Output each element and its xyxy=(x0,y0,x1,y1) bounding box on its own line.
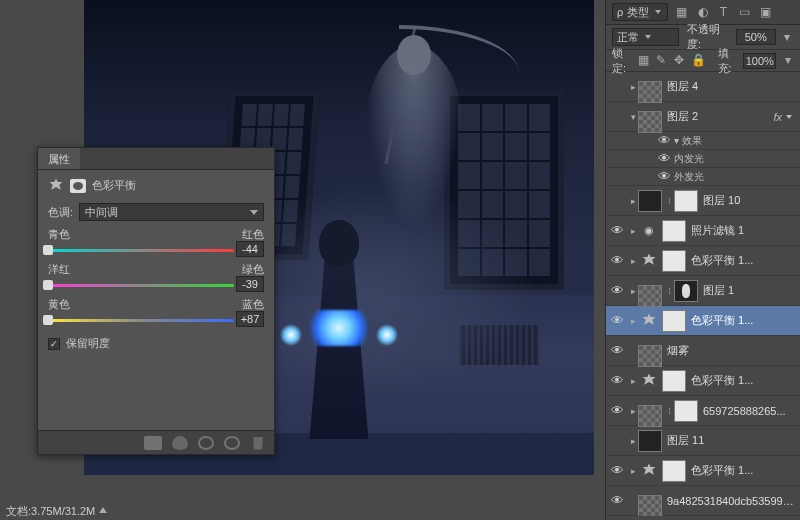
color-slider[interactable]: +87 xyxy=(48,314,264,326)
visibility-toggle[interactable]: 👁 xyxy=(654,151,674,166)
layer-name[interactable]: 图层 11 xyxy=(664,433,796,448)
opacity-field[interactable]: 50% xyxy=(736,29,776,45)
clip-to-layer-icon[interactable] xyxy=(144,436,162,450)
filter-adjust-icon[interactable]: ◐ xyxy=(695,5,710,20)
layer-row[interactable]: 👁 烟雾 xyxy=(606,336,800,366)
layer-row[interactable]: 👁 9a482531840dcb535990... xyxy=(606,486,800,516)
lock-pixels-icon[interactable]: ✎ xyxy=(655,53,667,68)
disclosure-triangle[interactable]: ▸ xyxy=(628,466,638,476)
delete-adjustment-icon[interactable] xyxy=(250,436,266,450)
layer-thumbnail[interactable] xyxy=(662,310,686,332)
effect-item[interactable]: 👁▾ 效果 xyxy=(606,132,800,150)
layer-name[interactable]: 图层 4 xyxy=(664,79,796,94)
filter-smart-icon[interactable]: ▣ xyxy=(758,5,773,20)
layer-name[interactable]: 图层 1 xyxy=(700,283,796,298)
visibility-toggle[interactable]: 👁 xyxy=(606,313,628,328)
layer-thumbnail[interactable] xyxy=(662,370,686,392)
layer-thumbnail[interactable] xyxy=(662,220,686,242)
layer-thumbnail[interactable] xyxy=(638,111,662,133)
layer-thumbnail[interactable] xyxy=(674,280,698,302)
layer-thumbnail[interactable] xyxy=(674,190,698,212)
layer-row[interactable]: 👁 ▸ ◉ 照片滤镜 1 xyxy=(606,216,800,246)
disclosure-triangle[interactable]: ▾ xyxy=(628,112,638,122)
visibility-toggle[interactable]: 👁 xyxy=(606,373,628,388)
disclosure-triangle[interactable]: ▸ xyxy=(628,316,638,326)
chevron-right-icon[interactable] xyxy=(99,507,107,513)
layer-row[interactable]: ▾ 图层 2 fx xyxy=(606,102,800,132)
layer-name[interactable]: 色彩平衡 1... xyxy=(688,313,796,328)
layer-thumbnail[interactable] xyxy=(638,430,662,452)
tab-properties[interactable]: 属性 xyxy=(38,148,80,169)
visibility-toggle[interactable]: 👁 xyxy=(606,403,628,418)
filter-type-icon[interactable]: T xyxy=(716,5,731,20)
disclosure-triangle[interactable]: ▸ xyxy=(628,196,638,206)
disclosure-triangle[interactable]: ▸ xyxy=(628,406,638,416)
reset-default-icon[interactable] xyxy=(224,436,240,450)
visibility-toggle[interactable]: 👁 xyxy=(654,169,674,184)
visibility-toggle[interactable]: 👁 xyxy=(606,463,628,478)
visibility-toggle[interactable]: 👁 xyxy=(606,493,628,508)
layer-row[interactable]: ▸ ⁞ 图层 10 xyxy=(606,186,800,216)
disclosure-triangle[interactable]: ▸ xyxy=(628,226,638,236)
disclosure-triangle[interactable]: ▸ xyxy=(628,436,638,446)
visibility-toggle[interactable]: 👁 xyxy=(606,343,628,358)
fx-badge[interactable]: fx xyxy=(769,111,786,123)
color-slider[interactable]: -39 xyxy=(48,279,264,291)
layer-thumbnail[interactable] xyxy=(662,250,686,272)
slider-value[interactable]: -44 xyxy=(236,241,264,257)
disclosure-triangle[interactable]: ▸ xyxy=(628,82,638,92)
layer-name[interactable]: 9a482531840dcb535990... xyxy=(664,495,796,507)
visibility-toggle[interactable]: 👁 xyxy=(606,253,628,268)
visibility-toggle[interactable]: 👁 xyxy=(606,223,628,238)
lock-transparent-icon[interactable]: ▦ xyxy=(638,53,650,68)
effect-item[interactable]: 👁外发光 xyxy=(606,168,800,186)
slider-value[interactable]: -39 xyxy=(236,276,264,292)
visibility-toggle[interactable]: 👁 xyxy=(606,283,628,298)
reset-previous-icon[interactable] xyxy=(198,436,214,450)
layer-thumbnail[interactable] xyxy=(638,495,662,517)
fill-field[interactable]: 100% xyxy=(743,53,776,69)
layer-thumbnail[interactable] xyxy=(638,81,662,103)
blend-mode-select[interactable]: 正常 xyxy=(612,28,679,46)
lock-all-icon[interactable]: 🔒 xyxy=(691,53,706,68)
layer-row[interactable]: 👁 ▸ ⁞ 659725888265... xyxy=(606,396,800,426)
layer-name[interactable]: 照片滤镜 1 xyxy=(688,223,796,238)
disclosure-triangle[interactable]: ▸ xyxy=(628,256,638,266)
layer-thumbnail[interactable] xyxy=(638,190,662,212)
layer-row[interactable]: 👁 ▸ 色彩平衡 1... xyxy=(606,246,800,276)
layer-kind-filter[interactable]: ρ类型 xyxy=(612,3,668,21)
effect-item[interactable]: 👁内发光 xyxy=(606,150,800,168)
disclosure-triangle[interactable]: ▸ xyxy=(628,376,638,386)
layer-thumbnail[interactable] xyxy=(638,345,662,367)
layer-name[interactable]: 图层 2 xyxy=(664,109,769,124)
layer-thumbnail[interactable] xyxy=(674,400,698,422)
preserve-luminosity-checkbox[interactable]: ✓ 保留明度 xyxy=(48,336,264,351)
layer-name[interactable]: 图层 10 xyxy=(700,193,796,208)
tone-select[interactable]: 中间调 xyxy=(79,203,264,221)
layer-name[interactable]: 659725888265... xyxy=(700,405,796,417)
filter-pixel-icon[interactable]: ▦ xyxy=(674,5,689,20)
layer-name[interactable]: 色彩平衡 1... xyxy=(688,373,796,388)
layer-name[interactable]: 色彩平衡 1... xyxy=(688,463,796,478)
layer-row[interactable]: 👁 ▸ 色彩平衡 1... xyxy=(606,456,800,486)
layer-thumbnail[interactable] xyxy=(638,285,662,307)
chevron-down-icon[interactable]: ▾ xyxy=(780,30,794,45)
disclosure-triangle[interactable]: ▸ xyxy=(628,286,638,296)
layer-row[interactable]: 👁 ▸ 色彩平衡 1... xyxy=(606,306,800,336)
layer-thumbnail[interactable] xyxy=(662,460,686,482)
visibility-toggle[interactable]: 👁 xyxy=(654,133,674,148)
layer-name[interactable]: 色彩平衡 1... xyxy=(688,253,796,268)
layer-thumbnail[interactable] xyxy=(638,405,662,427)
chevron-down-icon[interactable]: ▾ xyxy=(782,53,794,68)
layer-row[interactable]: 👁 ▸ ⁞ 图层 1 xyxy=(606,276,800,306)
filter-shape-icon[interactable]: ▭ xyxy=(737,5,752,20)
color-slider[interactable]: -44 xyxy=(48,244,264,256)
layer-row[interactable]: ▸ 图层 4 xyxy=(606,72,800,102)
toggle-visibility-icon[interactable] xyxy=(172,436,188,450)
layer-row[interactable]: 👁 ▸ 色彩平衡 1... xyxy=(606,366,800,396)
slider-value[interactable]: +87 xyxy=(236,311,264,327)
slider-right-label: 绿色 xyxy=(242,262,264,277)
lock-position-icon[interactable]: ✥ xyxy=(673,53,685,68)
layer-name[interactable]: 烟雾 xyxy=(664,343,796,358)
layer-row[interactable]: ▸ 图层 11 xyxy=(606,426,800,456)
